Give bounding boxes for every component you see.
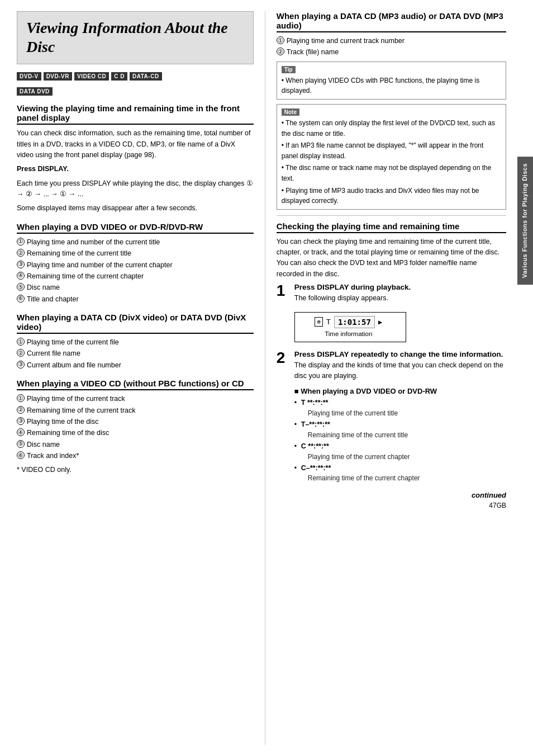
- page-number: 47GB: [277, 502, 506, 509]
- format-badges-2: DATA DVD: [17, 87, 254, 96]
- display-play-arrow: ▶: [378, 318, 382, 326]
- list-item: ②Remaining time of the current track: [17, 405, 254, 416]
- press-label: Press DISPLAY.: [17, 164, 254, 174]
- bullet-sub: Playing time of the current title: [301, 408, 506, 418]
- bullet-sub: Remaining time of the current title: [301, 430, 506, 440]
- display-time: 1:01:57: [334, 316, 375, 328]
- content-area: Viewing Information About the Disc DVD-V…: [0, 0, 517, 756]
- right-section2-body: You can check the playing time and remai…: [277, 237, 506, 280]
- list-item: ②Remaining time of the current title: [17, 248, 254, 259]
- badge-datadvd: DATA DVD: [17, 87, 53, 96]
- note-item-1: • The system can only display the first …: [282, 118, 501, 139]
- list-item: ④Remaining time of the current chapter: [17, 271, 254, 282]
- step-2-number: 2: [277, 350, 289, 366]
- list-item: T–**:**:** Remaining time of the current…: [294, 419, 506, 440]
- list-item: ③Current album and file number: [17, 360, 254, 371]
- right-section2-title: Checking the playing time and remaining …: [277, 221, 506, 233]
- list-item: ③Playing time of the disc: [17, 417, 254, 427]
- section4-title: When playing a VIDEO CD (without PBC fun…: [17, 379, 254, 390]
- tip-box: Tip • When playing VIDEO CDs with PBC fu…: [277, 62, 506, 100]
- list-item: ①Playing time and current track number: [277, 36, 506, 46]
- list-item: ①Playing time and number of the current …: [17, 237, 254, 248]
- step-2: 2 Press DISPLAY repeatedly to change the…: [277, 350, 506, 486]
- section2-list: ①Playing time and number of the current …: [17, 237, 254, 305]
- sidebar-tab: Various Functions for Playing Discs: [517, 157, 533, 285]
- display-cd-icon: ⊕: [315, 317, 323, 327]
- list-item: ⑤Disc name: [17, 440, 254, 450]
- list-item: C–**:**:** Remaining time of the current…: [294, 463, 506, 484]
- left-column: Viewing Information About the Disc DVD-V…: [17, 11, 265, 745]
- list-item: ④Remaining time of the disc: [17, 428, 254, 438]
- display-illustration: ⊕ T 1:01:57 ▶ Time information: [294, 312, 406, 342]
- right-section1-list: ①Playing time and current track number ②…: [277, 36, 506, 58]
- right-column: When playing a DATA CD (MP3 audio) or DA…: [265, 11, 506, 745]
- step-1: 1 Press DISPLAY during playback. The fol…: [277, 283, 506, 344]
- list-item: ⑥Title and chapter: [17, 294, 254, 305]
- press-body: Each time you press DISPLAY while playin…: [17, 178, 254, 200]
- list-item: T **:**:** Playing time of the current t…: [294, 398, 506, 418]
- right-section1-title: When playing a DATA CD (MP3 audio) or DA…: [277, 11, 506, 32]
- sub-section-dvd-title: ■ When playing a DVD VIDEO or DVD-RW: [294, 387, 506, 395]
- list-item: ②Track (file) name: [277, 47, 506, 58]
- note-box: Note • The system can only display the f…: [277, 104, 506, 210]
- note-item-2: • If an MP3 file name cannot be displaye…: [282, 140, 501, 161]
- note-item-4: • Playing time of MP3 audio tracks and D…: [282, 186, 501, 206]
- section4-list: ①Playing time of the current track ②Rema…: [17, 394, 254, 461]
- display-track-label: T: [326, 318, 331, 326]
- display-caption: Time information: [325, 330, 372, 337]
- list-item: C **:**:** Playing time of the current c…: [294, 441, 506, 462]
- step-2-title: Press DISPLAY repeatedly to change the t…: [294, 350, 506, 358]
- list-item: ①Playing time of the current track: [17, 394, 254, 404]
- continued-label: continued: [277, 491, 506, 499]
- list-item: ⑥Track and index*: [17, 451, 254, 461]
- section1-body: You can check disc information, such as …: [17, 128, 254, 160]
- divider: [277, 215, 506, 216]
- page: Various Functions for Playing Discs View…: [0, 0, 533, 756]
- badge-dvdv: DVD-V: [17, 72, 41, 81]
- step-1-number: 1: [277, 283, 289, 299]
- note-label: Note: [282, 108, 299, 116]
- list-item: ⑤Disc name: [17, 282, 254, 293]
- list-item: ②Current file name: [17, 348, 254, 359]
- tip-label: Tip: [282, 66, 296, 73]
- section4-footnote: * VIDEO CD only.: [17, 465, 254, 475]
- step-2-body: The display and the kinds of time that y…: [294, 360, 506, 382]
- title-box: Viewing Information About the Disc: [17, 11, 254, 64]
- dvd-time-list: T **:**:** Playing time of the current t…: [294, 398, 506, 483]
- step-1-title: Press DISPLAY during playback.: [294, 283, 506, 291]
- bullet-sub: Playing time of the current chapter: [301, 452, 506, 462]
- section3-list: ①Playing time of the current file ②Curre…: [17, 337, 254, 371]
- format-badges: DVD-V DVD-VR VIDEO CD C D DATA-CD: [17, 72, 254, 81]
- press-body2: Some displayed items may disappear after…: [17, 203, 254, 214]
- section2-title: When playing a DVD VIDEO or DVD-R/DVD-RW: [17, 222, 254, 234]
- step-1-content: Press DISPLAY during playback. The follo…: [294, 283, 506, 344]
- tip-text: • When playing VIDEO CDs with PBC functi…: [282, 75, 501, 96]
- list-item: ①Playing time of the current file: [17, 337, 254, 348]
- badge-dvdvr: DVD-VR: [44, 72, 72, 81]
- list-item: ③Playing time and number of the current …: [17, 260, 254, 271]
- page-title: Viewing Information About the Disc: [26, 18, 244, 56]
- display-inner: ⊕ T 1:01:57 ▶: [315, 316, 382, 328]
- badge-datacd: DATA-CD: [130, 72, 162, 81]
- section3-title: When playing a DATA CD (DivX video) or D…: [17, 313, 254, 334]
- badge-videocd: VIDEO CD: [74, 72, 109, 81]
- step-2-content: Press DISPLAY repeatedly to change the t…: [294, 350, 506, 486]
- section1-title: Viewing the playing time and remaining t…: [17, 103, 254, 125]
- badge-cd: C D: [111, 72, 127, 81]
- bullet-sub: Remaining time of the current chapter: [301, 473, 506, 483]
- step-1-body: The following display appears.: [294, 293, 506, 304]
- note-item-3: • The disc name or track name may not be…: [282, 163, 501, 183]
